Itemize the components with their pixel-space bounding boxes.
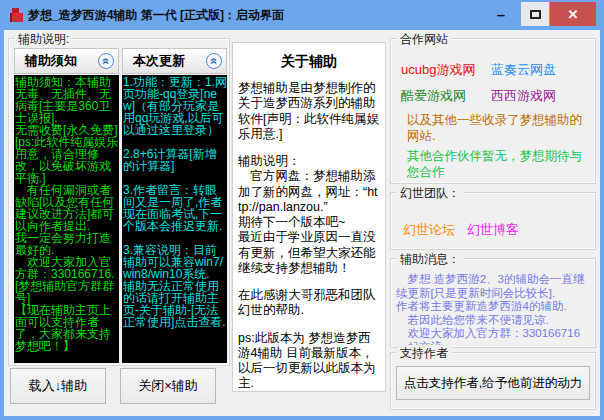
close-icon: ✕	[568, 7, 579, 22]
window-title: 梦想_造梦西游4辅助 第一代 [正式版]：启动界面	[28, 7, 284, 24]
title-bar[interactable]: 梦想_造梦西游4辅助 第一代 [正式版]：启动界面 – ✕	[0, 0, 604, 30]
about-paragraph: 梦想辅助是由梦想制作的关于造梦西游系列的辅助软件[声明：此软件纯属娱乐用意.]	[238, 81, 380, 142]
maximize-icon	[530, 10, 541, 19]
news-groupbox: 辅助消息： 梦想 造梦西游2、3的辅助会一直继续更新[只是更新时间会比较长]. …	[390, 258, 596, 348]
load-helper-label: 载入↓辅助	[29, 377, 88, 395]
maximize-button[interactable]	[521, 2, 549, 26]
update-text: 1.功能：更新：1.网页功能-qq登录[new]（有部分玩家是用qq玩游戏,以后…	[123, 76, 227, 328]
app-window: 梦想_造梦西游4辅助 第一代 [正式版]：启动界面 – ✕ 辅助说明: 辅助须知…	[0, 0, 604, 420]
update-collapse-header[interactable]: 本次更新 «	[122, 48, 227, 74]
close-button[interactable]: ✕	[550, 2, 596, 26]
link-xixi[interactable]: 西西游戏网	[491, 87, 556, 105]
about-paragraph: 辅助说明： 官方网盘：梦想辅助添加了新的网盘，网址：“http://pan.la…	[238, 154, 380, 276]
coop-sites-groupbox: 合作网站 ucubg游戏网 蓝奏云网盘 酷爱游戏网 西西游戏网 以及其他一些收录…	[390, 38, 596, 184]
notice-text-panel: 辅助须知：本辅助无毒、无插件、无病毒[主要是360卫士误报]. 无需收费[永久免…	[14, 75, 119, 363]
coop-note-sites: 以及其他一些收录了梦想辅助的网站.	[407, 113, 585, 144]
link-lanzou[interactable]: 蓝奏云网盘	[491, 61, 556, 79]
close-helper-button[interactable]: 关闭×辅助	[120, 368, 216, 404]
load-helper-button[interactable]: 载入↓辅助	[10, 368, 106, 404]
chevron-up-icon[interactable]: «	[98, 53, 114, 69]
link-ucubg[interactable]: ucubg游戏网	[401, 61, 475, 79]
team-groupbox: 幻世团队： 幻世论坛 幻世博客	[390, 192, 596, 250]
coop-note-partner: 其他合作伙伴暂无，梦想期待与您合作	[407, 149, 585, 180]
news-text: 梦想 造梦西游2、3的辅助会一直继续更新[只是更新时间会比较长]. 作者将主要更…	[396, 273, 590, 354]
notice-header-label: 辅助须知	[25, 52, 77, 70]
minimize-button[interactable]: –	[484, 2, 518, 26]
instructions-groupbox: 辅助说明: 辅助须知 « 本次更新 « 辅助须知：本辅助无毒、无插件、无病毒[主…	[8, 38, 230, 366]
coop-sites-label: 合作网站	[397, 31, 451, 48]
notice-collapse-header[interactable]: 辅助须知 «	[14, 48, 119, 74]
about-paragraph: ps:此版本为 梦想造梦西游4辅助 目前最新版本，以后一切更新以此版本为主.	[238, 331, 380, 392]
team-label: 幻世团队：	[397, 185, 463, 202]
support-author-button[interactable]: 点击支持作者,给予他前进的动力	[396, 366, 590, 400]
support-author-label: 点击支持作者,给予他前进的动力	[404, 375, 582, 392]
instructions-groupbox-label: 辅助说明:	[15, 31, 72, 48]
notice-text: 辅助须知：本辅助无毒、无插件、无病毒[主要是360卫士误报]. 无需收费[永久免…	[15, 76, 119, 352]
app-icon	[9, 8, 22, 23]
chevron-up-icon[interactable]: «	[206, 53, 222, 69]
close-helper-label: 关闭×辅助	[138, 377, 198, 395]
about-title: 关于辅助	[238, 53, 380, 71]
update-text-panel: 1.功能：更新：1.网页功能-qq登录[new]（有部分玩家是用qq玩游戏,以后…	[122, 75, 227, 363]
minimize-icon: –	[497, 6, 505, 23]
link-team-forum[interactable]: 幻世论坛	[403, 221, 455, 239]
support-groupbox: 支持作者 点击支持作者,给予他前进的动力	[390, 352, 596, 410]
news-label: 辅助消息：	[397, 251, 463, 268]
support-label: 支持作者	[397, 345, 451, 362]
about-panel: 关于辅助 梦想辅助是由梦想制作的关于造梦西游系列的辅助软件[声明：此软件纯属娱乐…	[232, 42, 386, 392]
update-header-label: 本次更新	[133, 52, 185, 70]
about-paragraph: 在此感谢大哥邪恶和团队幻世的帮助.	[238, 288, 380, 319]
link-team-blog[interactable]: 幻世博客	[467, 221, 519, 239]
link-kuai[interactable]: 酷爱游戏网	[401, 87, 466, 105]
